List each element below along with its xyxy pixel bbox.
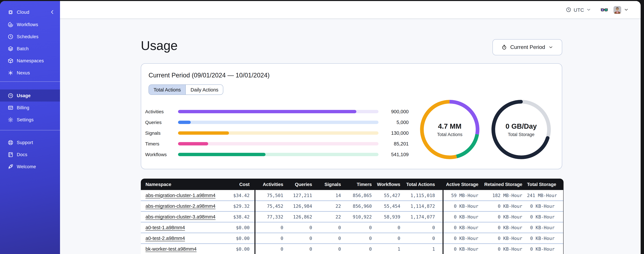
cell-timers: 0 bbox=[346, 233, 376, 244]
bar-track bbox=[178, 110, 378, 113]
sidebar-item-label: Namespaces bbox=[17, 58, 44, 63]
cell-activities: 75,452 bbox=[255, 201, 288, 212]
brand-label: Cloud bbox=[17, 10, 49, 15]
cell-active_storage: 0 KB-Hour bbox=[443, 233, 483, 244]
bar-row-signals: Signals130,000 bbox=[145, 128, 409, 138]
column-header-activities: Activities bbox=[255, 178, 288, 190]
namespace-link[interactable]: abs-migration-cluster-1.a98mm4 bbox=[146, 192, 216, 198]
cell-workflows: 0 bbox=[376, 222, 405, 233]
cell-retained_storage: 0 KB-Hour bbox=[483, 233, 527, 244]
bar-track bbox=[178, 121, 378, 124]
bar-fill bbox=[178, 131, 229, 135]
cell-namespace: bk-worker-test.a98mm4 bbox=[141, 244, 228, 254]
card-title: Current Period (09/01/2024 — 10/01/2024) bbox=[148, 72, 270, 79]
stopwatch-icon bbox=[502, 44, 507, 50]
cell-retained_storage: 0 KB-Hour bbox=[483, 222, 527, 233]
sidebar-item-schedules[interactable]: Schedules bbox=[0, 30, 60, 42]
bar-fill bbox=[178, 110, 356, 113]
sidebar-item-billing[interactable]: Billing bbox=[0, 102, 60, 114]
chevron-down-icon bbox=[586, 7, 591, 12]
sidebar-item-batch[interactable]: Batch bbox=[0, 42, 60, 54]
cell-total_actions: 1,114,872 bbox=[405, 201, 443, 212]
total-actions-donut: 4.7 MMTotal Actions bbox=[420, 100, 480, 159]
sidebar-item-label: Docs bbox=[17, 152, 27, 157]
namespace-link[interactable]: a0-test-2.a98mm4 bbox=[146, 236, 185, 241]
feedback-glasses-button[interactable] bbox=[601, 8, 608, 12]
sidebar-item-workflows[interactable]: Workflows bbox=[0, 18, 60, 30]
period-select-button[interactable]: Current Period bbox=[492, 39, 562, 55]
app-window: UTC Usage bbox=[0, 1, 641, 254]
sidebar-item-namespaces[interactable]: Namespaces bbox=[0, 54, 60, 67]
namespace-link[interactable]: abs-migration-cluster-2.a98mm4 bbox=[146, 204, 216, 209]
namespace-link[interactable]: bk-worker-test.a98mm4 bbox=[146, 246, 196, 252]
actions-view-tabs: Total ActionsDaily Actions bbox=[148, 84, 224, 95]
cell-timers: 0 bbox=[346, 222, 376, 233]
sidebar-item-welcome[interactable]: Welcome bbox=[0, 160, 60, 172]
cell-total_storage: 0 KB-Hour bbox=[527, 212, 564, 222]
clock-icon bbox=[8, 34, 14, 39]
bar-fill bbox=[178, 142, 208, 146]
sidebar-item-docs[interactable]: Docs bbox=[0, 148, 60, 160]
cell-retained_storage: 182 MB-Hour bbox=[483, 190, 527, 201]
sidebar: Cloud WorkflowsSchedulesBatchNamespacesN… bbox=[0, 1, 60, 254]
tab-daily-actions[interactable]: Daily Actions bbox=[186, 85, 223, 94]
bar-row-queries: Queries5,000 bbox=[145, 117, 409, 128]
user-avatar[interactable] bbox=[614, 6, 621, 14]
sidebar-item-label: Support bbox=[17, 140, 33, 145]
cell-total_actions: 1,115,018 bbox=[405, 190, 443, 201]
bar-fill bbox=[178, 121, 191, 124]
column-header-retained_storage: Retained Storage bbox=[483, 178, 527, 190]
column-header-queries: Queries bbox=[288, 178, 317, 190]
user-menu-chevron[interactable] bbox=[624, 7, 628, 12]
column-header-workflows: Workflows bbox=[376, 178, 405, 190]
credit-card-icon bbox=[8, 105, 14, 110]
bar-value: 541,109 bbox=[378, 152, 409, 157]
sidebar-item-usage[interactable]: Usage bbox=[0, 90, 60, 102]
cell-total_storage: 0 KB-Hour bbox=[527, 244, 564, 254]
namespace-link[interactable]: abs-migration-cluster-3.a98mm4 bbox=[146, 214, 216, 220]
box-icon bbox=[8, 58, 14, 64]
sidebar-collapse-button[interactable] bbox=[49, 9, 55, 15]
cell-queries: 126,984 bbox=[288, 201, 317, 212]
screen: UTC Usage bbox=[0, 0, 644, 254]
cell-queries: 0 bbox=[288, 244, 317, 254]
table-row: abs-migration-cluster-2.a98mm4$29.3275,4… bbox=[141, 201, 564, 212]
cell-queries: 0 bbox=[288, 222, 317, 233]
cell-active_storage: 0 KB-Hour bbox=[443, 244, 483, 254]
cell-activities: 0 bbox=[255, 244, 288, 254]
sidebar-item-label: Welcome bbox=[17, 164, 36, 169]
lifebuoy-icon bbox=[8, 140, 14, 145]
bar-value: 130,000 bbox=[378, 130, 409, 136]
sidebar-item-nexus[interactable]: Nexus bbox=[0, 67, 60, 79]
bar-label: Activities bbox=[145, 109, 178, 114]
cell-total_storage: 241 MB-Hour bbox=[527, 190, 564, 201]
top-bar: UTC bbox=[60, 1, 641, 19]
cell-namespace: abs-migration-cluster-1.a98mm4 bbox=[141, 190, 228, 201]
total-storage-donut: 0 GB/DayTotal Storage bbox=[492, 100, 551, 159]
table-row: bk-worker-test.a98mm4$0.000000110 KB-Hou… bbox=[141, 244, 564, 254]
bar-row-activities: Activities900,000 bbox=[145, 106, 409, 117]
sidebar-item-support[interactable]: Support bbox=[0, 136, 60, 148]
sidebar-item-label: Nexus bbox=[17, 70, 30, 75]
sidebar-item-settings[interactable]: Settings bbox=[0, 114, 60, 126]
timezone-picker[interactable]: UTC bbox=[566, 7, 591, 12]
cell-timers: 856,960 bbox=[346, 201, 376, 212]
usage-summary-card: Current Period (09/01/2024 — 10/01/2024)… bbox=[141, 63, 562, 169]
tab-total-actions[interactable]: Total Actions bbox=[149, 85, 186, 94]
spiral-icon bbox=[8, 22, 14, 27]
namespace-link[interactable]: a0-test-1.a98mm4 bbox=[146, 225, 185, 230]
bar-track bbox=[178, 153, 378, 156]
bar-value: 5,000 bbox=[378, 120, 409, 125]
cell-workflows: 55,427 bbox=[376, 190, 405, 201]
bar-value: 900,000 bbox=[378, 109, 409, 114]
cell-retained_storage: 0 KB-Hour bbox=[483, 212, 527, 222]
cell-signals: 0 bbox=[317, 233, 346, 244]
table-row: a0-test-1.a98mm4$0.000000000 KB-Hour0 KB… bbox=[141, 222, 564, 233]
cell-total_actions: 0 bbox=[405, 233, 443, 244]
cell-signals: 14 bbox=[317, 190, 346, 201]
cell-activities: 75,501 bbox=[255, 190, 288, 201]
donut-center-value: 4.7 MM bbox=[438, 122, 462, 130]
sidebar-nav-account: UsageBillingSettings bbox=[0, 90, 60, 126]
table-header-row: NamespaceCostActivitiesQueriesSignalsTim… bbox=[141, 178, 564, 190]
rocket-icon bbox=[8, 164, 14, 170]
